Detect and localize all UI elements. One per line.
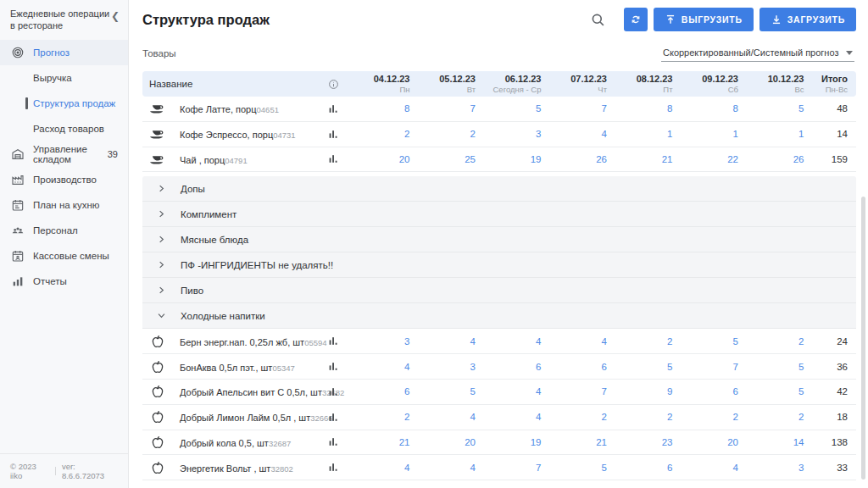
forecast-value-cell[interactable]: 4 (476, 412, 542, 422)
forecast-value-cell[interactable]: 21 (344, 437, 410, 447)
date-column-header[interactable]: 08.12.23Пт (607, 75, 673, 94)
forecast-value-cell[interactable]: 7 (476, 463, 542, 473)
chevron-right-icon[interactable] (157, 235, 166, 244)
date-column-header[interactable]: 06.12.23Сегодня - Ср (476, 75, 542, 94)
forecast-value-cell[interactable]: 6 (607, 463, 673, 473)
group-row-допы[interactable]: Допы (142, 176, 856, 202)
forecast-value-cell[interactable]: 3 (410, 362, 476, 372)
sidebar-item-кассовые-смены[interactable]: Кассовые смены (0, 243, 128, 269)
forecast-value-cell[interactable]: 2 (673, 412, 739, 422)
chevron-right-icon[interactable] (157, 209, 166, 219)
group-row-мясные-блюда[interactable]: Мясные блюда (142, 227, 856, 252)
forecast-value-cell[interactable]: 8 (673, 103, 739, 114)
chevron-left-icon[interactable]: ❮ (111, 10, 120, 22)
date-column-header[interactable]: 10.12.23Вс (738, 75, 804, 94)
chevron-right-icon[interactable] (157, 286, 166, 295)
forecast-value-cell[interactable]: 20 (410, 437, 476, 447)
forecast-value-cell[interactable]: 21 (542, 437, 608, 447)
forecast-value-cell[interactable]: 4 (344, 362, 410, 372)
sidebar-item-план-на-кухню[interactable]: План на кухню (0, 192, 128, 218)
forecast-value-cell[interactable]: 4 (542, 336, 608, 347)
mini-bar-chart-icon[interactable] (322, 103, 344, 114)
forecast-value-cell[interactable]: 3 (476, 129, 542, 139)
forecast-value-cell[interactable]: 4 (542, 129, 608, 139)
forecast-value-cell[interactable]: 23 (607, 437, 673, 447)
group-row-холодные-напитки[interactable]: Холодные напитки (142, 303, 856, 329)
refresh-button[interactable] (624, 8, 648, 31)
forecast-value-cell[interactable]: 4 (410, 412, 476, 422)
group-row-комплимент[interactable]: Комплимент (142, 202, 856, 227)
forecast-value-cell[interactable]: 1 (673, 129, 739, 139)
forecast-value-cell[interactable]: 22 (673, 154, 739, 164)
date-column-header[interactable]: 05.12.23Вт (410, 75, 476, 94)
forecast-value-cell[interactable]: 2 (410, 129, 476, 139)
import-button[interactable]: ЗАГРУЗИТЬ (760, 8, 856, 31)
date-column-header[interactable]: 07.12.23Чт (542, 75, 608, 94)
sidebar-item-выручка[interactable]: Выручка (0, 65, 128, 91)
forecast-value-cell[interactable]: 26 (738, 154, 804, 164)
forecast-value-cell[interactable]: 3 (738, 463, 804, 473)
mini-bar-chart-icon[interactable] (322, 153, 344, 164)
forecast-value-cell[interactable]: 5 (738, 362, 804, 372)
forecast-value-cell[interactable]: 20 (344, 154, 410, 164)
mini-bar-chart-icon[interactable] (322, 412, 344, 423)
forecast-value-cell[interactable]: 2 (542, 412, 608, 422)
forecast-value-cell[interactable]: 4 (476, 336, 542, 347)
forecast-value-cell[interactable]: 3 (344, 336, 410, 347)
forecast-value-cell[interactable]: 6 (673, 386, 739, 396)
name-column-header[interactable]: Название (142, 79, 322, 89)
forecast-value-cell[interactable]: 4 (344, 463, 410, 473)
sidebar-item-прогноз[interactable]: Прогноз (0, 40, 128, 65)
sidebar-item-отчеты[interactable]: Отчеты (0, 269, 128, 294)
mini-bar-chart-icon[interactable] (322, 336, 344, 347)
forecast-value-cell[interactable]: 5 (738, 103, 804, 114)
forecast-value-cell[interactable]: 2 (738, 412, 804, 422)
forecast-value-cell[interactable]: 7 (673, 362, 739, 372)
forecast-value-cell[interactable]: 2 (344, 129, 410, 139)
forecast-value-cell[interactable]: 6 (344, 386, 410, 396)
forecast-value-cell[interactable]: 5 (673, 336, 739, 347)
export-button[interactable]: ВЫГРУЗИТЬ (654, 8, 754, 31)
forecast-value-cell[interactable]: 1 (738, 129, 804, 139)
forecast-value-cell[interactable]: 21 (607, 154, 673, 164)
date-column-header[interactable]: 04.12.23Пн (344, 75, 410, 94)
forecast-value-cell[interactable]: 4 (476, 386, 542, 396)
forecast-value-cell[interactable]: 2 (607, 336, 673, 347)
chevron-down-icon[interactable] (157, 311, 166, 320)
forecast-value-cell[interactable]: 5 (476, 103, 542, 114)
mini-bar-chart-icon[interactable] (322, 386, 344, 397)
forecast-value-cell[interactable]: 14 (738, 437, 804, 447)
forecast-value-cell[interactable]: 5 (738, 386, 804, 396)
forecast-value-cell[interactable]: 9 (607, 386, 673, 396)
search-icon[interactable] (586, 7, 611, 32)
forecast-value-cell[interactable]: 2 (607, 412, 673, 422)
mini-bar-chart-icon[interactable] (322, 361, 344, 372)
forecast-value-cell[interactable]: 20 (673, 437, 739, 447)
forecast-value-cell[interactable]: 26 (542, 154, 608, 164)
forecast-value-cell[interactable]: 19 (476, 437, 542, 447)
forecast-value-cell[interactable]: 5 (410, 386, 476, 396)
sidebar-item-персонал[interactable]: Персонал (0, 218, 128, 243)
forecast-value-cell[interactable]: 7 (542, 386, 608, 396)
forecast-value-cell[interactable]: 25 (410, 154, 476, 164)
forecast-value-cell[interactable]: 8 (607, 103, 673, 114)
forecast-value-cell[interactable]: 1 (607, 129, 673, 139)
sidebar-item-структура-продаж[interactable]: Структура продаж (0, 91, 128, 116)
sidebar-item-производство[interactable]: Производство (0, 167, 128, 192)
sidebar-item-расход-товаров[interactable]: Расход товаров (0, 116, 128, 141)
goods-tab-label[interactable]: Товары (142, 48, 176, 58)
info-icon[interactable] (322, 79, 344, 90)
forecast-value-cell[interactable]: 4 (410, 336, 476, 347)
forecast-value-cell[interactable]: 5 (542, 463, 608, 473)
group-row-пиво[interactable]: Пиво (142, 278, 856, 303)
forecast-value-cell[interactable]: 7 (410, 103, 476, 114)
forecast-value-cell[interactable]: 4 (410, 463, 476, 473)
mini-bar-chart-icon[interactable] (322, 129, 344, 140)
mini-bar-chart-icon[interactable] (322, 462, 344, 473)
forecast-select[interactable]: Скорректированный/Системный прогноз (661, 45, 854, 62)
forecast-value-cell[interactable]: 6 (476, 362, 542, 372)
forecast-value-cell[interactable]: 6 (542, 362, 608, 372)
forecast-value-cell[interactable]: 7 (542, 103, 608, 114)
forecast-value-cell[interactable]: 8 (344, 103, 410, 114)
forecast-value-cell[interactable]: 5 (607, 362, 673, 372)
